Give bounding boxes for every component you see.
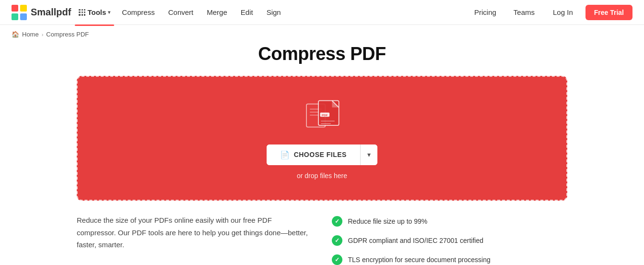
navbar: Smallpdf Tools ▾ Compress Convert Merge … bbox=[0, 0, 644, 25]
feature-item-3: ✓ TLS encryption for secure document pro… bbox=[332, 254, 568, 265]
breadcrumb-current: Compress PDF bbox=[46, 31, 89, 38]
drop-text: or drop files here bbox=[297, 172, 347, 180]
check-circle-3: ✓ bbox=[332, 254, 342, 265]
feature-item-1: ✓ Reduce file size up to 99% bbox=[332, 216, 568, 227]
page-title: Compress PDF bbox=[77, 44, 567, 64]
logo-link[interactable]: Smallpdf bbox=[12, 5, 71, 20]
pdf-illustration: PDF bbox=[303, 97, 341, 133]
svg-rect-1 bbox=[20, 5, 27, 12]
check-circle-2: ✓ bbox=[332, 235, 342, 246]
nav-right: Pricing Teams Log In Free Trial bbox=[468, 5, 632, 20]
choose-files-label: CHOOSE FILES bbox=[294, 151, 347, 158]
home-icon: 🏠 bbox=[12, 31, 19, 38]
breadcrumb-separator: › bbox=[42, 32, 44, 37]
svg-rect-3 bbox=[20, 13, 27, 20]
nav-teams[interactable]: Teams bbox=[508, 6, 540, 18]
feature-text-1: Reduce file size up to 99% bbox=[348, 217, 428, 225]
feature-item-2: ✓ GDPR compliant and ISO/IEC 27001 certi… bbox=[332, 235, 568, 246]
pdf-icon-svg: PDF bbox=[303, 97, 341, 131]
features-description: Reduce the size of your PDFs online easi… bbox=[77, 214, 313, 251]
free-trial-button[interactable]: Free Trial bbox=[585, 5, 632, 20]
choose-files-button[interactable]: 📄 CHOOSE FILES bbox=[267, 145, 360, 165]
feature-text-2: GDPR compliant and ISO/IEC 27001 certifi… bbox=[348, 237, 483, 244]
main-content: Compress PDF PDF bbox=[0, 44, 644, 265]
logo-text: Smallpdf bbox=[31, 7, 71, 18]
nav-compress[interactable]: Compress bbox=[116, 6, 160, 18]
svg-rect-0 bbox=[12, 5, 18, 12]
tools-label: Tools bbox=[87, 8, 106, 16]
chevron-down-icon: ▾ bbox=[367, 151, 371, 158]
features-list: ✓ Reduce file size up to 99% ✓ GDPR comp… bbox=[332, 214, 568, 265]
nav-merge[interactable]: Merge bbox=[201, 6, 233, 18]
tools-menu-button[interactable]: Tools ▾ bbox=[75, 6, 114, 18]
features-desc-text: Reduce the size of your PDFs online easi… bbox=[77, 214, 313, 251]
nav-edit[interactable]: Edit bbox=[235, 6, 259, 18]
breadcrumb: 🏠 Home › Compress PDF bbox=[0, 25, 644, 44]
drop-zone[interactable]: PDF 📄 CHOOSE FILES ▾ or drop files here bbox=[77, 76, 567, 201]
nav-pricing[interactable]: Pricing bbox=[468, 6, 502, 18]
check-mark-2: ✓ bbox=[335, 237, 340, 244]
features-row: Reduce the size of your PDFs online easi… bbox=[77, 214, 567, 265]
check-circle-1: ✓ bbox=[332, 216, 342, 227]
file-icon: 📄 bbox=[280, 150, 290, 159]
feature-text-3: TLS encryption for secure document proce… bbox=[348, 256, 491, 264]
svg-text:PDF: PDF bbox=[322, 113, 328, 117]
choose-files-row: 📄 CHOOSE FILES ▾ bbox=[267, 145, 377, 165]
chevron-down-icon: ▾ bbox=[108, 10, 110, 15]
choose-files-dropdown[interactable]: ▾ bbox=[361, 145, 377, 165]
nav-convert[interactable]: Convert bbox=[163, 6, 199, 18]
grid-icon bbox=[79, 9, 85, 16]
login-button[interactable]: Log In bbox=[546, 5, 580, 19]
check-mark-3: ✓ bbox=[335, 256, 340, 263]
breadcrumb-home[interactable]: Home bbox=[22, 31, 39, 38]
svg-rect-2 bbox=[12, 13, 18, 20]
nav-links: Compress Convert Merge Edit Sign bbox=[116, 6, 286, 18]
check-mark-1: ✓ bbox=[335, 218, 340, 225]
logo-icon bbox=[12, 5, 27, 20]
nav-sign[interactable]: Sign bbox=[261, 6, 287, 18]
